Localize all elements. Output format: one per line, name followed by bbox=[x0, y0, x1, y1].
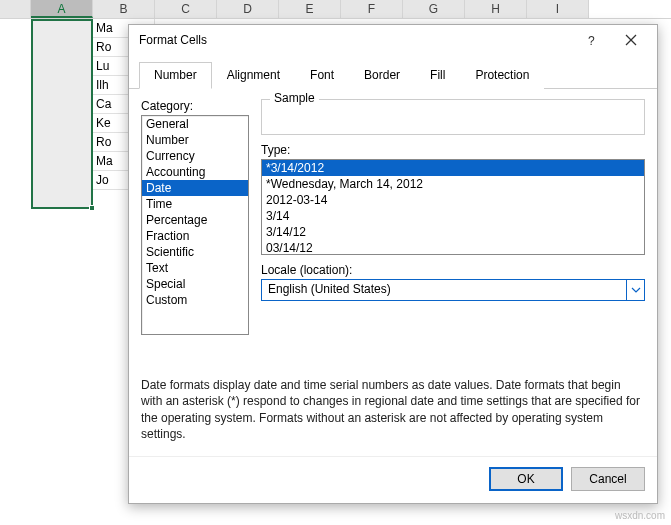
type-item[interactable]: 2012-03-14 bbox=[262, 192, 644, 208]
col-header-h[interactable]: H bbox=[465, 0, 527, 18]
type-item[interactable]: 3/14 bbox=[262, 208, 644, 224]
category-item[interactable]: Scientific bbox=[142, 244, 248, 260]
col-header-e[interactable]: E bbox=[279, 0, 341, 18]
category-listbox[interactable]: General Number Currency Accounting Date … bbox=[141, 115, 249, 335]
col-header-i[interactable]: I bbox=[527, 0, 589, 18]
cancel-button[interactable]: Cancel bbox=[571, 467, 645, 491]
tab-alignment[interactable]: Alignment bbox=[212, 62, 295, 89]
category-item[interactable]: Fraction bbox=[142, 228, 248, 244]
chevron-down-icon[interactable] bbox=[626, 280, 644, 300]
dialog-body: Category: General Number Currency Accoun… bbox=[129, 89, 657, 456]
category-item[interactable]: Time bbox=[142, 196, 248, 212]
type-item[interactable]: 3/14/12 bbox=[262, 224, 644, 240]
tab-bar: Number Alignment Font Border Fill Protec… bbox=[129, 55, 657, 89]
col-header-d[interactable]: D bbox=[217, 0, 279, 18]
selection-range bbox=[31, 19, 93, 209]
tab-font[interactable]: Font bbox=[295, 62, 349, 89]
col-header-c[interactable]: C bbox=[155, 0, 217, 18]
ok-button[interactable]: OK bbox=[489, 467, 563, 491]
category-item[interactable]: General bbox=[142, 116, 248, 132]
close-icon bbox=[625, 34, 637, 46]
type-listbox[interactable]: *3/14/2012 *Wednesday, March 14, 2012 20… bbox=[261, 159, 645, 255]
col-header-b[interactable]: B bbox=[93, 0, 155, 18]
tab-fill[interactable]: Fill bbox=[415, 62, 460, 89]
locale-value: English (United States) bbox=[262, 280, 626, 300]
format-cells-dialog: Format Cells ? Number Alignment Font Bor… bbox=[128, 24, 658, 504]
locale-label: Locale (location): bbox=[261, 263, 645, 277]
titlebar: Format Cells ? bbox=[129, 25, 657, 55]
dialog-title: Format Cells bbox=[139, 33, 571, 47]
column-headers: A B C D E F G H I bbox=[0, 0, 671, 19]
svg-text:?: ? bbox=[588, 34, 595, 47]
fill-handle[interactable] bbox=[89, 205, 95, 211]
watermark: wsxdn.com bbox=[615, 510, 665, 521]
description-text: Date formats display date and time seria… bbox=[141, 369, 645, 446]
tab-border[interactable]: Border bbox=[349, 62, 415, 89]
select-all-corner[interactable] bbox=[0, 0, 31, 18]
col-header-g[interactable]: G bbox=[403, 0, 465, 18]
type-label: Type: bbox=[261, 143, 645, 157]
type-item[interactable]: *3/14/2012 bbox=[262, 160, 644, 176]
category-item[interactable]: Date bbox=[142, 180, 248, 196]
category-item[interactable]: Percentage bbox=[142, 212, 248, 228]
close-button[interactable] bbox=[611, 26, 651, 54]
type-item[interactable]: 03/14/12 bbox=[262, 240, 644, 255]
locale-dropdown[interactable]: English (United States) bbox=[261, 279, 645, 301]
category-item[interactable]: Number bbox=[142, 132, 248, 148]
category-item[interactable]: Special bbox=[142, 276, 248, 292]
category-item[interactable]: Accounting bbox=[142, 164, 248, 180]
category-item[interactable]: Currency bbox=[142, 148, 248, 164]
sample-box: Sample bbox=[261, 99, 645, 135]
category-label: Category: bbox=[141, 99, 249, 113]
type-item[interactable]: *Wednesday, March 14, 2012 bbox=[262, 176, 644, 192]
button-row: OK Cancel bbox=[129, 456, 657, 503]
help-button[interactable]: ? bbox=[571, 26, 611, 54]
col-header-a[interactable]: A bbox=[31, 0, 93, 18]
tab-protection[interactable]: Protection bbox=[460, 62, 544, 89]
category-item[interactable]: Custom bbox=[142, 292, 248, 308]
sample-label: Sample bbox=[270, 91, 319, 105]
col-header-f[interactable]: F bbox=[341, 0, 403, 18]
category-item[interactable]: Text bbox=[142, 260, 248, 276]
tab-number[interactable]: Number bbox=[139, 62, 212, 89]
